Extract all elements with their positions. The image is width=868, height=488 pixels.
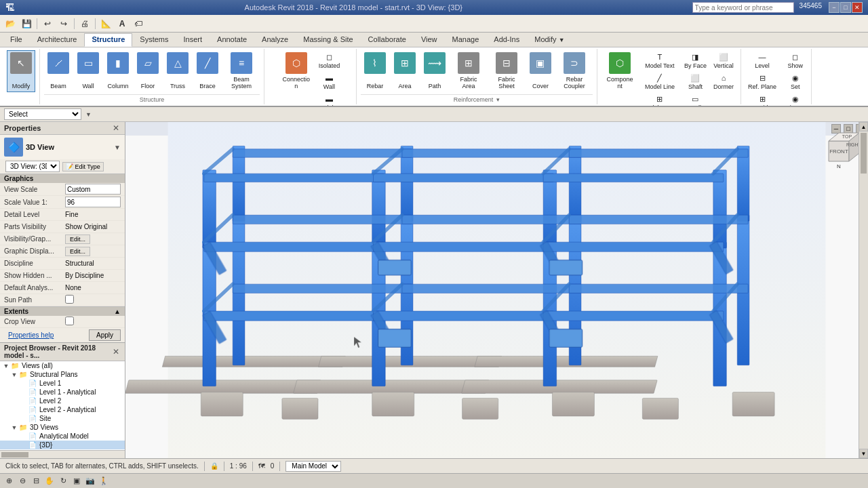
minimize-btn[interactable]: − [829,2,840,13]
pb-level2[interactable]: 📄 Level 2 [0,396,125,405]
measure-btn[interactable]: 📐 [98,16,113,31]
slab-btn[interactable]: ▬ Slab [316,92,343,107]
tab-file[interactable]: File [3,33,30,47]
graphic-display-edit-btn[interactable]: Edit... [65,247,90,256]
view-cube[interactable]: FRONT RIGHT TOP N [815,127,863,175]
pb-scrollbar-x[interactable] [0,450,125,458]
isolated-btn[interactable]: ◻ Isolated [316,50,343,70]
tab-architecture[interactable]: Architecture [30,33,85,47]
search-box-title[interactable] [692,2,794,13]
pb-level2-analytical[interactable]: 📄 Level 2 - Analytical [0,405,125,414]
fabric-area-btn[interactable]: ⊞ Fabric Area [450,50,487,92]
pb-views-all[interactable]: ▼ 📁 Views (all) [0,361,125,370]
view-type-select[interactable]: 3D View: (3D) [5,161,60,172]
extents-collapse[interactable]: ▲ [114,308,121,315]
section-box-btn[interactable]: ▣ [71,475,83,487]
floor-btn[interactable]: ▱ Floor [134,50,162,92]
tab-manage[interactable]: Manage [445,33,487,47]
tag-btn[interactable]: 🏷 [131,16,146,31]
sun-path-checkbox[interactable] [65,295,74,304]
scroll-thumb-v[interactable] [861,133,867,174]
tab-structure[interactable]: Structure [84,33,132,47]
pb-3d-views[interactable]: ▼ 📁 3D Views [0,423,125,432]
tab-massing[interactable]: Massing & Site [296,33,360,47]
show-workplane-btn[interactable]: ◻ Show [783,50,807,70]
tab-analyze[interactable]: Analyze [254,33,296,47]
redo-btn[interactable]: ↪ [56,16,71,31]
crop-view-checkbox[interactable] [65,317,74,325]
grid-btn[interactable]: ⊞ Grid [745,92,779,107]
model-select[interactable]: Main Model [285,461,341,472]
model-group-btn[interactable]: ⊞ Model Group [639,92,680,107]
pb-scrollbar-thumb-x[interactable] [1,452,28,458]
save-btn[interactable]: 💾 [19,16,34,31]
column-btn[interactable]: ▮ Column [104,50,132,92]
undo-btn[interactable]: ↩ [40,16,55,31]
close-btn[interactable]: ✕ [852,2,863,13]
wall-model-btn[interactable]: ▭ Wall [682,92,709,107]
select-dropdown[interactable]: Select Select All Select All Instances [4,108,81,120]
project-browser-close-btn[interactable]: ✕ [111,347,121,357]
zoom-in-btn[interactable]: ⊕ [3,475,15,487]
tab-insert[interactable]: Insert [176,33,210,47]
modify-btn[interactable]: ↖ Modify [7,50,35,92]
open-file-btn[interactable]: 📂 [3,16,18,31]
pb-structural-plans[interactable]: ▼ 📁 Structural Plans [0,370,125,379]
visibility-edit-btn[interactable]: Edit... [65,235,90,244]
fit-view-btn[interactable]: ⊟ [30,475,42,487]
pb-level1-analytical[interactable]: 📄 Level 1 - Analytical [0,388,125,396]
scroll-up-btn[interactable]: ▲ [859,122,868,131]
pb-site[interactable]: 📄 Site [0,414,125,423]
by-face-btn[interactable]: ◨ By Face [682,50,709,70]
path-btn[interactable]: ⟿ Path [420,50,449,92]
pan-btn[interactable]: ✋ [43,475,56,487]
print-btn[interactable]: 🖨 [77,16,92,31]
truss-btn[interactable]: △ Truss [163,50,192,92]
tab-addins[interactable]: Add-Ins [486,33,527,47]
pb-analytical-model[interactable]: 📄 Analytical Model [0,432,125,441]
component-btn[interactable]: ⬡ Component [601,50,638,92]
tab-annotate[interactable]: Annotate [210,33,254,47]
camera-btn[interactable]: 📷 [84,475,96,487]
maximize-btn[interactable]: □ [840,2,851,13]
area-btn[interactable]: ⊞ Area [391,50,419,92]
title-search-input[interactable] [692,2,794,13]
beam-system-btn[interactable]: ≡ Beam System [223,50,260,92]
beam-btn[interactable]: ⟋ Beam [44,50,73,92]
text-btn[interactable]: A [115,16,130,31]
shaft-btn[interactable]: ⬜ Shaft [682,71,709,92]
model-text-btn[interactable]: T Model Text [639,50,680,70]
pb-3d-current[interactable]: 📄 {3D} [0,441,125,449]
viewport[interactable]: ─ □ ✕ [125,122,868,458]
properties-help-link[interactable]: Properties help [4,330,58,340]
dormer-btn[interactable]: ⌂ Dormer [711,71,736,92]
orbit-btn[interactable]: ↻ [57,475,69,487]
tab-collaborate[interactable]: Collaborate [361,33,414,47]
tab-modify[interactable]: Modify ▼ [527,33,572,47]
level-btn[interactable]: — Level [745,50,779,70]
fabric-sheet-btn[interactable]: ⊟ Fabric Sheet [488,50,525,92]
scale-value-input[interactable] [65,197,121,207]
tab-view[interactable]: View [414,33,445,47]
model-line-btn[interactable]: ╱ Model Line [639,71,680,92]
rebar-btn[interactable]: ⌇ Rebar [361,50,389,92]
rebar-coupler-btn[interactable]: ⊃ Rebar Coupler [556,50,593,92]
scroll-down-btn[interactable]: ▼ [859,449,868,458]
apply-btn[interactable]: Apply [89,329,121,341]
brace-btn[interactable]: ╱ Brace [193,50,222,92]
connection-btn[interactable]: ⬡ Connection [278,50,315,92]
view-scale-input[interactable] [65,184,121,195]
properties-close-btn[interactable]: ✕ [111,123,121,133]
wall-foundation-btn[interactable]: ▬ Wall [316,71,343,92]
view-dropdown[interactable]: ▼ [114,144,121,151]
tab-systems[interactable]: Systems [132,33,176,47]
set-btn[interactable]: ◉ Set [783,71,807,92]
pb-level1[interactable]: 📄 Level 1 [0,379,125,388]
zoom-out-btn[interactable]: ⊖ [16,475,28,487]
viewer-btn[interactable]: ◉ Viewer [783,92,807,107]
walkthrough-btn[interactable]: 🚶 [98,475,110,487]
cover-btn[interactable]: ▣ Cover [526,50,555,92]
wall-structure-btn[interactable]: ▭ Wall [74,50,102,92]
vertical-btn[interactable]: ⬜ Vertical [711,50,736,70]
edit-type-btn[interactable]: 📝 Edit Type [62,162,104,171]
